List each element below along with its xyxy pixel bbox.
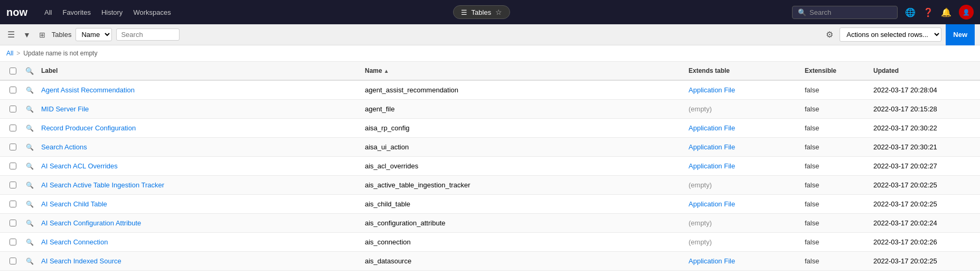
row-checkbox-cell[interactable] <box>4 125 21 131</box>
row-search-cell[interactable]: 🔍 <box>21 258 38 265</box>
header-checkbox-cell[interactable] <box>4 68 21 74</box>
row-checkbox-cell[interactable] <box>4 258 21 264</box>
star-icon[interactable]: ☆ <box>495 8 502 16</box>
col-header-extends[interactable]: Extends table <box>685 67 802 74</box>
row-search-cell[interactable]: 🔍 <box>21 220 38 227</box>
row-extensible: false <box>802 143 870 151</box>
row-search-cell[interactable]: 🔍 <box>21 201 38 208</box>
row-extends-table[interactable]: Application File <box>685 200 802 208</box>
row-extensible: false <box>802 162 870 170</box>
row-label[interactable]: MID Server File <box>38 105 362 113</box>
row-updated: 2022-03-17 20:02:25 <box>870 257 976 265</box>
sidebar-toggle-icon[interactable]: ☰ <box>5 27 17 42</box>
row-label[interactable]: AI Search Configuration Attribute <box>38 219 362 227</box>
row-search-cell[interactable]: 🔍 <box>21 144 38 151</box>
row-extends-table[interactable]: Application File <box>685 143 802 151</box>
row-checkbox[interactable] <box>10 106 16 112</box>
row-label[interactable]: Record Producer Configuration <box>38 124 362 132</box>
row-checkbox[interactable] <box>10 220 16 226</box>
columns-icon[interactable]: ⊞ <box>37 29 48 41</box>
toolbar: ☰ ▼ ⊞ Tables Name ⚙ Actions on selected … <box>0 24 980 45</box>
top-search-bar[interactable]: 🔍 <box>792 6 898 19</box>
row-search-cell[interactable]: 🔍 <box>21 182 38 189</box>
row-checkbox[interactable] <box>10 163 16 169</box>
row-extends-table[interactable]: Application File <box>685 124 802 132</box>
select-all-checkbox[interactable] <box>10 68 16 74</box>
row-checkbox-cell[interactable] <box>4 182 21 188</box>
row-checkbox[interactable] <box>10 239 16 245</box>
row-checkbox[interactable] <box>10 125 16 131</box>
nav-favorites[interactable]: Favorites <box>62 8 90 16</box>
row-checkbox-cell[interactable] <box>4 239 21 245</box>
row-updated: 2022-03-17 20:28:04 <box>870 86 976 94</box>
nav-history[interactable]: History <box>101 8 123 16</box>
header-search-cell[interactable]: 🔍 <box>21 67 38 75</box>
row-name: ais_active_table_ingestion_tracker <box>362 181 685 189</box>
help-icon[interactable]: ❓ <box>923 7 934 17</box>
table-row: 🔍 Agent Assist Recommendation agent_assi… <box>0 81 980 100</box>
row-label[interactable]: AI Search ACL Overrides <box>38 162 362 170</box>
row-updated: 2022-03-17 20:02:26 <box>870 238 976 246</box>
filter-icon[interactable]: ▼ <box>21 29 33 41</box>
row-extends-table: (empty) <box>685 238 802 246</box>
globe-icon[interactable]: 🌐 <box>905 7 916 17</box>
settings-button[interactable]: ⚙ <box>824 27 835 42</box>
col-header-extensible[interactable]: Extensible <box>802 67 870 74</box>
row-updated: 2022-03-17 20:02:24 <box>870 219 976 227</box>
row-label[interactable]: Agent Assist Recommendation <box>38 86 362 94</box>
row-search-cell[interactable]: 🔍 <box>21 125 38 132</box>
col-header-name[interactable]: Name ▲ <box>362 67 685 74</box>
row-checkbox-cell[interactable] <box>4 87 21 93</box>
row-extends-table[interactable]: Application File <box>685 257 802 265</box>
toolbar-search-input[interactable] <box>116 29 180 41</box>
row-checkbox[interactable] <box>10 201 16 207</box>
row-label[interactable]: AI Search Active Table Ingestion Tracker <box>38 181 362 189</box>
actions-dropdown[interactable]: Actions on selected rows... <box>840 27 941 42</box>
sort-arrow-icon: ▲ <box>384 68 389 74</box>
row-checkbox-cell[interactable] <box>4 220 21 226</box>
col-header-label[interactable]: Label <box>38 67 362 74</box>
row-checkbox-cell[interactable] <box>4 144 21 150</box>
row-search-icon: 🔍 <box>26 144 34 151</box>
avatar[interactable]: 👤 <box>959 5 974 20</box>
row-label[interactable]: AI Search Child Table <box>38 200 362 208</box>
breadcrumb-all-link[interactable]: All <box>6 50 13 57</box>
row-search-icon: 🔍 <box>26 125 34 132</box>
row-extends-table[interactable]: Application File <box>685 86 802 94</box>
row-checkbox[interactable] <box>10 87 16 93</box>
tables-pill[interactable]: ☰ Tables ☆ <box>453 5 511 19</box>
row-name: agent_assist_recommendation <box>362 86 685 94</box>
row-search-cell[interactable]: 🔍 <box>21 163 38 170</box>
row-search-cell[interactable]: 🔍 <box>21 239 38 246</box>
row-extends-table[interactable]: Application File <box>685 162 802 170</box>
row-label[interactable]: AI Search Indexed Source <box>38 257 362 265</box>
new-button[interactable]: New <box>946 24 975 45</box>
row-checkbox[interactable] <box>10 258 16 264</box>
now-logo[interactable]: now <box>6 5 30 19</box>
table-body: 🔍 Agent Assist Recommendation agent_assi… <box>0 81 980 275</box>
row-checkbox[interactable] <box>10 144 16 150</box>
row-search-icon: 🔍 <box>26 201 34 208</box>
col-header-updated[interactable]: Updated <box>870 67 976 74</box>
row-search-cell[interactable]: 🔍 <box>21 106 38 113</box>
row-extensible: false <box>802 124 870 132</box>
row-checkbox-cell[interactable] <box>4 201 21 207</box>
row-name: ais_connection <box>362 238 685 246</box>
nav-workspaces[interactable]: Workspaces <box>133 8 171 16</box>
row-search-cell[interactable]: 🔍 <box>21 87 38 94</box>
row-updated: 2022-03-17 20:30:22 <box>870 124 976 132</box>
name-select[interactable]: Name <box>76 28 112 41</box>
row-checkbox-cell[interactable] <box>4 106 21 112</box>
row-checkbox-cell[interactable] <box>4 163 21 169</box>
table-row: 🔍 AI Search Indexed Source Attribute ais… <box>0 271 980 275</box>
table-row: 🔍 Search Actions aisa_ui_action Applicat… <box>0 138 980 157</box>
row-checkbox[interactable] <box>10 182 16 188</box>
row-search-icon: 🔍 <box>26 87 34 94</box>
row-updated: 2022-03-17 20:02:25 <box>870 200 976 208</box>
row-label[interactable]: AI Search Connection <box>38 238 362 246</box>
top-search-input[interactable] <box>809 8 892 16</box>
nav-all[interactable]: All <box>44 8 52 16</box>
row-label[interactable]: Search Actions <box>38 143 362 151</box>
bell-icon[interactable]: 🔔 <box>941 7 951 17</box>
row-extensible: false <box>802 200 870 208</box>
